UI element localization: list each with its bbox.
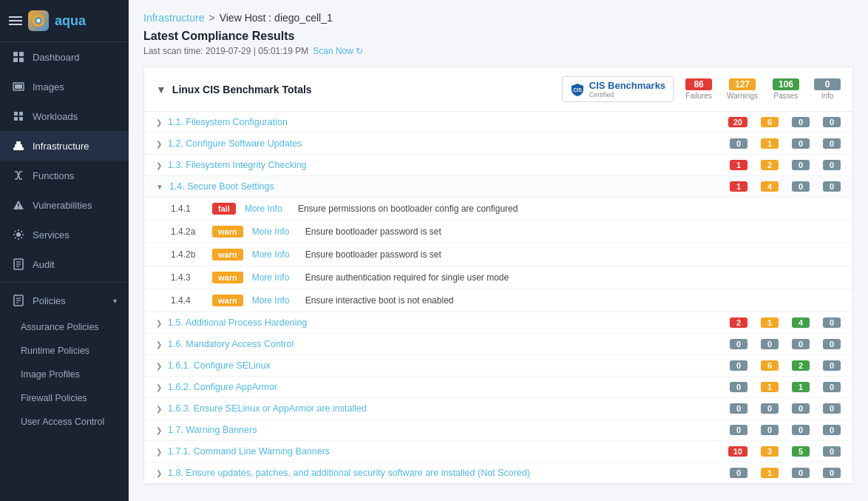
more-info-link-1.4.3[interactable]: More Info xyxy=(252,272,296,283)
sidebar-item-dashboard[interactable]: Dashboard xyxy=(0,42,129,72)
section-row-1.6.2[interactable]: ❯ 1.6.2. Configure AppArmor 0 1 1 0 xyxy=(144,377,852,398)
passes-label: Passes xyxy=(774,92,799,100)
section-title-1.7.1[interactable]: 1.7.1. Command Line Warning Banners xyxy=(168,446,722,457)
section-failures-1.4: 1 xyxy=(730,181,747,192)
cis-logo: CIS CIS Benchmarks Certified xyxy=(562,76,674,102)
section-title-1.8[interactable]: 1.8. Ensure updates, patches, and additi… xyxy=(168,468,724,478)
section-failures-1.6.1: 0 xyxy=(730,360,747,371)
svg-text:CIS: CIS xyxy=(573,87,582,93)
section-warnings-1.6.2: 1 xyxy=(761,382,779,392)
sidebar-item-infrastructure[interactable]: Infrastructure xyxy=(0,131,129,161)
section-row-1.2[interactable]: ❯ 1.2. Configure Software Updates 0 1 0 … xyxy=(144,133,852,155)
section-row-1.1[interactable]: ❯ 1.1. Filesystem Configuration 20 6 0 0 xyxy=(144,112,852,133)
sidebar-item-assurance-policies[interactable]: Assurance Policies xyxy=(0,315,129,339)
sidebar-item-audit[interactable]: Audit xyxy=(0,249,129,279)
sidebar-item-workloads[interactable]: Workloads xyxy=(0,101,129,131)
section-warnings-1.1: 6 xyxy=(761,117,779,127)
section-row-1.5[interactable]: ❯ 1.5. Additional Process Hardening 2 1 … xyxy=(144,312,852,334)
svg-rect-12 xyxy=(19,117,23,121)
section-stats-1.6.2: 0 1 1 0 xyxy=(730,382,841,392)
detail-num-1.4.4: 1.4.4 xyxy=(171,295,203,306)
svg-point-19 xyxy=(16,232,21,237)
section-chevron-1.6: ❯ xyxy=(156,340,162,349)
sidebar-nav: Dashboard Images Workloads Infrastructur… xyxy=(0,42,129,434)
section-row-1.6.1[interactable]: ❯ 1.6.1. Configure SELinux 0 6 2 0 xyxy=(144,355,852,377)
section-row-1.6.3[interactable]: ❯ 1.6.3. Ensure SELinux or AppArmor are … xyxy=(144,398,852,420)
detail-desc-1.4.2a: Ensure bootloader password is set xyxy=(305,226,841,237)
page-title: Latest Compliance Results xyxy=(143,30,853,43)
section-title-1.7[interactable]: 1.7. Warning Banners xyxy=(168,425,724,435)
section-stats-1.5: 2 1 4 0 xyxy=(730,317,841,328)
section-row-1.7[interactable]: ❯ 1.7. Warning Banners 0 0 0 0 xyxy=(144,420,852,441)
section-stats-1.7.1: 10 3 5 0 xyxy=(728,446,841,457)
section-title-1.6.2[interactable]: 1.6.2. Configure AppArmor xyxy=(168,382,724,392)
section-chevron-1.6.2: ❯ xyxy=(156,383,162,391)
detail-status-1.4.2b: warn xyxy=(212,249,243,260)
section-stats-1.6.3: 0 0 0 0 xyxy=(730,403,841,414)
more-info-link-1.4.2a[interactable]: More Info xyxy=(252,226,296,237)
section-row-1.6[interactable]: ❯ 1.6. Mandatory Access Control 0 0 0 0 xyxy=(144,334,852,355)
sidebar-item-services[interactable]: Services xyxy=(0,220,129,249)
sidebar-item-vulnerabilities[interactable]: Vulnerabilities xyxy=(0,190,129,220)
svg-rect-6 xyxy=(19,58,24,62)
section-row-1.3[interactable]: ❯ 1.3. Filesystem Integrity Checking 1 2… xyxy=(144,155,852,176)
sidebar-item-images[interactable]: Images xyxy=(0,72,129,101)
section-title-1.5[interactable]: 1.5. Additional Process Hardening xyxy=(168,317,724,328)
sidebar-item-image-profiles[interactable]: Image Profiles xyxy=(0,363,129,386)
svg-rect-5 xyxy=(13,58,18,62)
svg-point-2 xyxy=(37,19,41,23)
section-title-1.6.1[interactable]: 1.6.1. Configure SELinux xyxy=(168,360,724,371)
sidebar-item-runtime-policies[interactable]: Runtime Policies xyxy=(0,339,129,363)
passes-stat: 106 Passes xyxy=(773,78,799,100)
detail-row-1.4.4: 1.4.4 warn More Info Ensure interactive … xyxy=(144,289,852,312)
section-title-1.4[interactable]: 1.4. Secure Boot Settings xyxy=(169,181,724,192)
detail-row-1.4.2a: 1.4.2a warn More Info Ensure bootloader … xyxy=(144,221,852,243)
section-row-1.7.1[interactable]: ❯ 1.7.1. Command Line Warning Banners 10… xyxy=(144,441,852,463)
cis-certified: Certified xyxy=(589,91,665,98)
section-title-1.6.3[interactable]: 1.6.3. Ensure SELinux or AppArmor are in… xyxy=(168,403,724,414)
sidebar-item-firewall-policies[interactable]: Firewall Policies xyxy=(0,386,129,410)
section-title-1.3[interactable]: 1.3. Filesystem Integrity Checking xyxy=(168,160,724,170)
sidebar-header: aqua xyxy=(0,0,129,42)
hamburger-menu[interactable] xyxy=(9,16,22,25)
section-failures-1.6.2: 0 xyxy=(730,382,747,392)
detail-status-1.4.1: fail xyxy=(212,203,236,215)
section-failures-1.8: 0 xyxy=(730,468,747,478)
more-info-link-1.4.2b[interactable]: More Info xyxy=(252,249,296,260)
section-passes-1.6.1: 2 xyxy=(792,360,810,371)
breadcrumb-link[interactable]: Infrastructure xyxy=(143,12,204,24)
detail-row-1.4.2b: 1.4.2b warn More Info Ensure bootloader … xyxy=(144,243,852,266)
sidebar-item-policies[interactable]: Policies ▾ xyxy=(0,286,129,315)
sidebar-item-label: Workloads xyxy=(33,111,78,122)
section-passes-1.6.2: 1 xyxy=(792,382,810,392)
section-failures-1.2: 0 xyxy=(730,138,747,149)
section-title-1.2[interactable]: 1.2. Configure Software Updates xyxy=(168,138,724,149)
section-title-1.6[interactable]: 1.6. Mandatory Access Control xyxy=(168,339,724,349)
section-row-1.4[interactable]: ▼ 1.4. Secure Boot Settings 1 4 0 0 xyxy=(144,176,852,198)
svg-rect-13 xyxy=(13,147,24,150)
scan-now-button[interactable]: Scan Now ↻ xyxy=(313,46,363,56)
benchmark-stats: 86 Failures 127 Warnings 106 Passes 0 In… xyxy=(685,78,841,100)
section-row-1.8[interactable]: ❯ 1.8. Ensure updates, patches, and addi… xyxy=(144,463,852,484)
section-info-1.2: 0 xyxy=(823,138,841,149)
more-info-link-1.4.1[interactable]: More Info xyxy=(245,204,289,214)
sidebar-item-user-access-control[interactable]: User Access Control xyxy=(0,410,129,434)
section-info-1.5: 0 xyxy=(823,317,841,328)
more-info-link-1.4.4[interactable]: More Info xyxy=(252,295,296,306)
section-passes-1.7.1: 5 xyxy=(792,446,810,457)
logo-icon xyxy=(28,10,49,31)
sidebar-item-functions[interactable]: Functions xyxy=(0,161,129,190)
images-icon xyxy=(12,80,25,93)
section-title-1.1[interactable]: 1.1. Filesystem Configuration xyxy=(168,117,722,127)
section-stats-1.2: 0 1 0 0 xyxy=(730,138,841,149)
policies-icon xyxy=(12,294,25,307)
cis-shield-icon: CIS xyxy=(570,82,585,97)
collapse-icon[interactable]: ▼ xyxy=(156,84,166,95)
section-passes-1.4: 0 xyxy=(792,181,810,192)
section-failures-1.6.3: 0 xyxy=(730,403,747,414)
section-failures-1.6: 0 xyxy=(730,339,747,349)
svg-rect-17 xyxy=(18,204,18,206)
detail-row-1.4.3: 1.4.3 warn More Info Ensure authenticati… xyxy=(144,266,852,289)
main-content: Infrastructure > View Host : diego_cell_… xyxy=(129,0,868,501)
detail-desc-1.4.2b: Ensure bootloader password is set xyxy=(305,249,841,260)
